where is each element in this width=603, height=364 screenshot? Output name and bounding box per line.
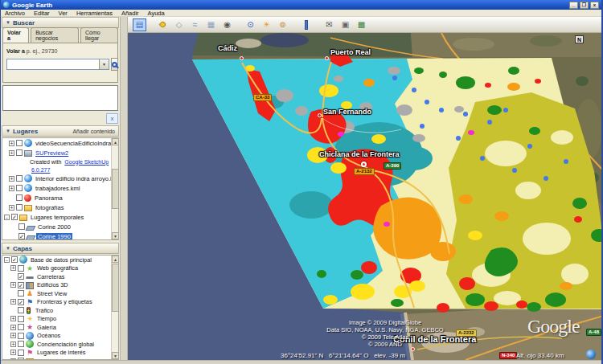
view-in-maps-button[interactable]: ▩ — [355, 18, 368, 31]
add-polygon-button[interactable]: ◇ — [172, 18, 186, 31]
checkbox[interactable] — [18, 350, 24, 356]
email-button[interactable]: ✉ — [322, 18, 336, 31]
tree-item-panorama[interactable]: Panorama — [2, 193, 118, 202]
compass-north-indicator[interactable]: N — [575, 35, 584, 43]
checkbox[interactable] — [18, 324, 24, 330]
scroll-up-icon[interactable]: ▲ — [112, 138, 119, 145]
checkbox[interactable] — [18, 333, 24, 339]
expand-icon[interactable] — [10, 282, 16, 288]
checkbox[interactable] — [18, 316, 24, 322]
tree-item-fotografias[interactable]: fotografías — [2, 202, 118, 212]
collapse-icon[interactable] — [4, 215, 10, 220]
checkbox[interactable] — [18, 223, 25, 230]
tree-item-trabajadores[interactable]: trabajadores.kml — [2, 183, 118, 193]
tab-como-llegar[interactable]: Cómo llegar — [80, 27, 118, 43]
restore-button[interactable]: ❐ — [580, 2, 589, 9]
print-button[interactable]: ▣ — [338, 18, 352, 31]
tree-item-supreview2[interactable]: SUPreview2 — [2, 148, 118, 157]
checkbox[interactable] — [11, 256, 18, 263]
layer-oceanos[interactable]: Océanos — [2, 332, 118, 341]
map-viewport[interactable]: Cádiz Puerto Real San Fernando Chiclana … — [128, 33, 603, 360]
checkbox[interactable] — [18, 299, 24, 305]
checkbox[interactable] — [16, 204, 23, 211]
collapse-icon[interactable] — [4, 257, 10, 263]
historical-imagery-button[interactable]: ⊙ — [244, 18, 257, 31]
layer-fronteras[interactable]: ⚑ Fronteras y etiquetas — [2, 298, 118, 307]
checkbox[interactable] — [16, 185, 23, 191]
search-input[interactable] — [7, 59, 99, 69]
menu-ver[interactable]: Ver — [59, 10, 68, 17]
checkbox[interactable] — [16, 175, 23, 182]
expand-icon[interactable] — [10, 333, 16, 338]
layer-trafico[interactable]: Tráfico — [2, 306, 118, 315]
checkbox[interactable] — [18, 282, 24, 288]
menu-editar[interactable]: Editar — [34, 10, 50, 17]
layer-edificios-3d[interactable]: Edificios 3D — [2, 281, 118, 290]
clear-search-button[interactable]: x — [106, 113, 118, 124]
places-scrollbar[interactable]: ▲ ▼ — [111, 138, 118, 239]
expand-icon[interactable] — [9, 150, 14, 156]
tree-item-corine-2000[interactable]: Corine 2000 — [2, 222, 118, 231]
sidebar-splitter[interactable] — [120, 17, 128, 360]
expand-icon[interactable] — [10, 325, 16, 330]
toggle-sidebar-button[interactable]: ▤ — [133, 18, 146, 31]
checkbox[interactable] — [18, 273, 24, 280]
menu-anadir[interactable]: Añadir — [121, 10, 139, 17]
expand-icon[interactable] — [10, 316, 16, 321]
scroll-up-icon[interactable]: ▲ — [112, 256, 119, 263]
checkbox[interactable] — [16, 149, 23, 156]
checkbox[interactable] — [18, 307, 24, 313]
layer-web-geografica[interactable]: ★ Web geográfica — [2, 264, 118, 273]
tab-buscar-negocios[interactable]: Buscar negocios — [31, 27, 79, 43]
expand-icon[interactable] — [9, 186, 14, 191]
search-section-header[interactable]: ▼ Buscar — [2, 17, 119, 28]
checkbox[interactable] — [16, 194, 23, 201]
label-san-fernando[interactable]: San Fernando — [323, 108, 371, 116]
minimize-button[interactable]: _ — [569, 2, 578, 9]
layers-section-header[interactable]: ▼ Capas — [2, 243, 119, 254]
tab-volar-a[interactable]: Volar a — [2, 27, 29, 43]
menu-archivo[interactable]: Archivo — [5, 10, 25, 17]
switch-planet-button[interactable]: ⊚ — [276, 18, 289, 31]
scroll-thumb[interactable] — [112, 169, 119, 209]
sunlight-button[interactable]: ☀ — [260, 18, 273, 31]
layer-carreteras[interactable]: ▬ Carreteras — [2, 272, 118, 281]
add-placemark-button[interactable] — [156, 18, 170, 31]
checkbox[interactable] — [18, 265, 24, 272]
add-content-link[interactable]: Añadir contenido — [72, 129, 115, 134]
checkbox[interactable] — [18, 290, 24, 297]
scroll-down-icon[interactable]: ▼ — [112, 352, 119, 359]
layers-scrollbar[interactable]: ▲ ▼ — [111, 256, 118, 359]
search-button[interactable] — [111, 58, 118, 71]
search-results-box[interactable] — [2, 85, 118, 111]
layer-concienciacion[interactable]: Concienciación global — [2, 340, 118, 349]
checkbox[interactable] — [18, 233, 25, 239]
menu-ayuda[interactable]: Ayuda — [148, 10, 165, 17]
tree-item-video-kml[interactable]: videoSecuenciaEdificioIndra.kml — [2, 138, 118, 148]
layer-street-view[interactable]: ♟ Street View — [2, 289, 118, 298]
checkbox[interactable] — [16, 140, 23, 146]
expand-icon[interactable] — [9, 176, 14, 182]
record-tour-button[interactable]: ◉ — [220, 18, 234, 31]
expand-icon[interactable] — [9, 205, 14, 211]
places-section-header[interactable]: ▼ Lugares Añadir contenido — [2, 125, 119, 137]
tree-item-interior-kmz[interactable]: Interior edificio indra arroyo.kmz — [2, 174, 118, 183]
layer-lugares-interes[interactable]: ⚑ Lugares de interés — [2, 349, 118, 358]
combo-dropdown-button[interactable] — [99, 59, 109, 69]
add-image-overlay-button[interactable]: ▦ — [204, 18, 218, 31]
add-path-button[interactable]: ≈ — [188, 18, 202, 31]
expand-icon[interactable] — [9, 141, 14, 146]
checkbox[interactable] — [11, 214, 18, 220]
ruler-button[interactable] — [299, 18, 313, 31]
tree-item-corine-1990[interactable]: Corine 1990 — [2, 231, 118, 240]
checkbox[interactable] — [18, 341, 24, 347]
expand-icon[interactable] — [10, 342, 16, 347]
layer-base-datos[interactable]: Base de datos principal — [2, 256, 118, 264]
close-button[interactable]: x — [590, 2, 599, 9]
scroll-thumb[interactable] — [112, 264, 119, 312]
layer-galeria[interactable]: ★ Galería — [2, 323, 118, 332]
scroll-down-icon[interactable]: ▼ — [112, 232, 119, 239]
menu-herramientas[interactable]: Herramientas — [76, 10, 113, 17]
label-cadiz[interactable]: Cádiz — [218, 44, 237, 52]
expand-icon[interactable] — [10, 350, 16, 355]
